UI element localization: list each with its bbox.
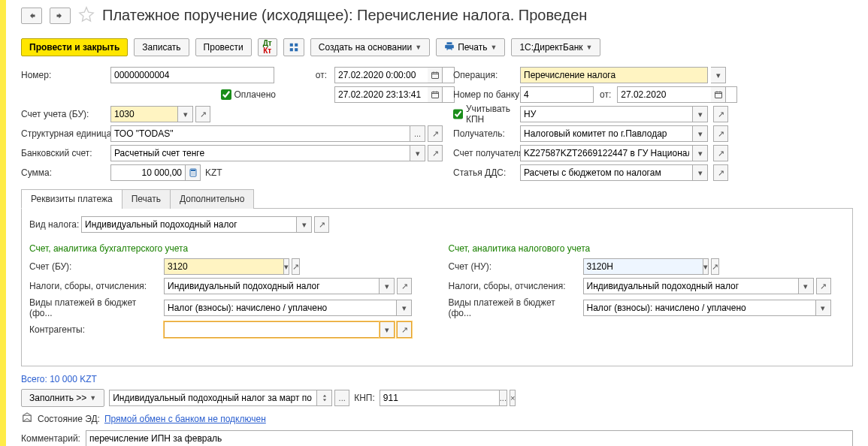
dds-open[interactable]: ↗ [713,164,728,181]
account-bu-open[interactable]: ↗ [195,106,210,122]
operation-input[interactable] [520,67,708,83]
taxes-nu-open[interactable]: ↗ [816,278,831,294]
operation-dropdown-button[interactable]: ▾ [711,67,726,83]
svg-rect-3 [295,48,298,51]
taxes-bu-open[interactable]: ↗ [397,278,412,294]
svg-rect-4 [431,73,438,79]
counterparty-open[interactable]: ↗ [397,321,412,338]
budget-bu-dropdown[interactable]: ▾ [397,300,412,316]
date1-calendar-button[interactable] [428,67,443,83]
comment-input[interactable] [86,430,853,446]
recipient-dropdown[interactable]: ▾ [693,125,708,142]
direct-bank-button[interactable]: 1С:ДиректБанк▼ [511,38,600,56]
counterparty-label: Контрагенты: [29,324,161,335]
account-bu-label: Счет учета (БУ): [21,109,107,119]
sum-calc-button[interactable] [186,164,201,181]
account-nu-open[interactable]: ↗ [713,106,728,122]
recipient-label: Получатель: [446,128,517,139]
recipient-account-dropdown[interactable]: ▾ [693,145,708,161]
account-bu-dropdown[interactable]: ▾ [178,106,193,122]
create-based-button[interactable]: Создать на основании▼ [310,38,430,56]
taxes-bu-input[interactable] [164,278,380,294]
number-input[interactable] [110,67,274,83]
print-button[interactable]: Печать▼ [436,38,505,56]
tax-type-open[interactable]: ↗ [314,216,329,233]
nu-account-input[interactable] [583,258,703,275]
ed-status-link[interactable]: Прямой обмен с банком не подключен [104,414,266,424]
bu-account-dropdown[interactable]: ▾ [284,258,289,275]
bu-account-input[interactable] [164,258,284,275]
svg-rect-1 [295,44,298,47]
svg-point-14 [194,173,195,174]
struct-unit-select[interactable]: ... [410,125,425,142]
paid-checkbox[interactable] [221,89,231,100]
tax-type-input[interactable] [81,216,297,233]
tab-requisites[interactable]: Реквизиты платежа [21,189,122,209]
structure-button[interactable] [283,38,304,56]
knp-clear[interactable]: × [510,390,516,406]
fill-desc-select[interactable]: ... [334,390,349,406]
nu-account-open[interactable]: ↗ [711,258,719,275]
knp-input[interactable] [380,390,500,406]
taxes-nu-dropdown[interactable]: ▾ [799,278,814,294]
dds-input[interactable] [520,164,693,181]
svg-rect-0 [289,44,292,47]
recipient-account-input[interactable] [520,145,693,161]
account-nu-dropdown[interactable]: ▾ [693,106,708,122]
budget-nu-input[interactable] [583,300,816,316]
bu-section-title: Счет, аналитика бухгалтерского учета [29,243,426,254]
knp-label: КНП: [354,393,375,403]
budget-nu-dropdown[interactable]: ▾ [816,300,831,316]
comment-label: Комментарий: [21,433,81,444]
account-nu-input[interactable] [520,106,693,122]
bank-no-input[interactable] [520,86,594,103]
budget-nu-label: Виды платежей в бюджет (фо... [449,297,580,318]
bank-no-label: Номер по банку: [446,89,517,100]
svg-rect-6 [715,92,721,98]
nav-back-button[interactable] [21,8,42,24]
sum-input[interactable] [110,164,186,181]
tab-print[interactable]: Печать [122,189,171,209]
svg-point-9 [191,172,192,173]
recipient-account-open[interactable]: ↗ [713,145,728,161]
knp-select[interactable]: ... [500,390,507,406]
bu-account-label: Счет (БУ): [29,261,161,272]
account-bu-input[interactable] [110,106,178,122]
budget-bu-input[interactable] [164,300,397,316]
counterparty-input[interactable] [164,321,380,338]
sum-label: Сумма: [21,167,107,178]
nu-account-dropdown[interactable]: ▾ [703,258,709,275]
dtkn-button[interactable]: ДтКт [258,38,277,56]
fill-desc-input[interactable] [109,390,317,406]
counterparty-dropdown[interactable]: ▾ [380,321,395,338]
favorite-icon[interactable] [78,6,95,25]
ed-status-icon [21,411,33,426]
fill-button[interactable]: Заполнить >>▼ [21,389,104,407]
taxes-nu-input[interactable] [583,278,799,294]
bank-date-calendar-button[interactable] [711,86,726,103]
bank-account-input[interactable] [110,145,410,161]
fill-desc-spinner[interactable] [317,390,332,406]
tab-additional[interactable]: Дополнительно [170,189,254,209]
taxes-bu-label: Налоги, сборы, отчисления: [29,281,161,291]
post-button[interactable]: Провести [195,38,252,56]
bank-account-dropdown[interactable]: ▾ [410,145,425,161]
kpn-checkbox[interactable] [453,109,463,119]
post-and-close-button[interactable]: Провести и закрыть [21,38,128,56]
nav-forward-button[interactable] [50,8,71,24]
recipient-open[interactable]: ↗ [713,125,728,142]
bu-account-open[interactable]: ↗ [292,258,300,275]
svg-rect-8 [191,170,195,171]
struct-unit-open[interactable]: ↗ [428,125,443,142]
bank-account-open[interactable]: ↗ [428,145,443,161]
dds-label: Статья ДДС: [446,167,517,178]
dds-dropdown[interactable]: ▾ [693,164,708,181]
date2-calendar-button[interactable] [428,86,443,103]
struct-unit-input[interactable] [110,125,410,142]
operation-label: Операция: [446,70,517,80]
taxes-bu-dropdown[interactable]: ▾ [380,278,395,294]
write-button[interactable]: Записать [134,38,189,56]
tax-type-dropdown[interactable]: ▾ [297,216,312,233]
recipient-input[interactable] [520,125,693,142]
page-title: Платежное поручение (исходящее): Перечис… [102,7,587,24]
